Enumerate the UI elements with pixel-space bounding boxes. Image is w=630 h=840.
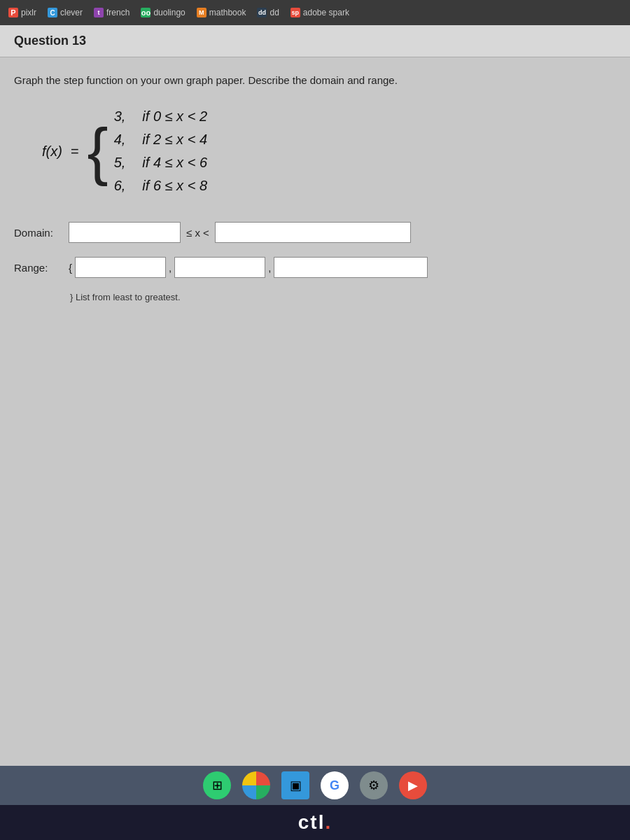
domain-input-right[interactable] (215, 222, 411, 243)
bookmark-mathbook-label: mathbook (209, 8, 246, 18)
case-value-2: 4, (114, 129, 126, 150)
domain-inputs: ≤ x < (69, 222, 411, 243)
case-condition-3: if 4 ≤ x < 6 (142, 152, 207, 174)
question-prompt: Graph the step function on your own grap… (14, 74, 616, 86)
range-input-3[interactable] (274, 257, 428, 278)
bookmark-adobe-label: adobe spark (303, 8, 349, 18)
pixlr-icon: P (8, 8, 18, 18)
bookmark-clever[interactable]: C clever (45, 6, 85, 19)
bookmark-clever-label: clever (60, 8, 83, 18)
main-content: Question 13 Graph the step function on y… (0, 25, 630, 766)
range-comma-1: , (169, 262, 172, 274)
french-icon: t (94, 8, 104, 18)
case-value-4: 6, (114, 175, 126, 197)
cases-table: 3, if 0 ≤ x < 2 4, if 2 ≤ x < 4 5, if 4 … (114, 106, 207, 197)
bookmark-duolingo[interactable]: oo duolingo (138, 6, 188, 19)
case-condition-2: if 2 ≤ x < 4 (142, 129, 207, 150)
browser-bookmarks-bar: P pixlr C clever t french oo duolingo M … (0, 0, 630, 25)
ctl-dot: . (325, 811, 332, 833)
bookmark-pixlr[interactable]: P pixlr (6, 6, 39, 19)
bookmark-french[interactable]: t french (91, 6, 132, 19)
bookmark-duolingo-label: duolingo (153, 8, 185, 18)
taskbar: ⊞ ▣ G ⚙ ▶ (0, 766, 630, 805)
bookmark-pixlr-label: pixlr (21, 8, 36, 18)
bookmark-adobe-spark[interactable]: sp adobe spark (288, 6, 352, 19)
left-brace-symbol: { (88, 106, 108, 197)
case-value-3: 5, (114, 152, 126, 174)
range-input-2[interactable] (174, 257, 265, 278)
piecewise-brace-container: { 3, if 0 ≤ x < 2 4, if 2 ≤ x < 4 5, if … (88, 106, 207, 197)
taskbar-settings-icon[interactable]: ⚙ (360, 771, 388, 799)
range-open-brace: { (69, 262, 72, 274)
domain-label: Domain: (14, 227, 63, 239)
bookmark-dd-label: dd (270, 8, 279, 18)
range-row: Range: { , , (14, 257, 616, 278)
bookmarks-list: P pixlr C clever t french oo duolingo M … (6, 6, 352, 19)
question-body: Graph the step function on your own grap… (0, 57, 630, 766)
bookmark-french-label: french (106, 8, 130, 18)
range-label: Range: (14, 262, 63, 274)
taskbar-chrome-icon[interactable] (242, 771, 270, 799)
clever-icon: C (48, 8, 57, 18)
taskbar-launcher-icon[interactable]: ⊞ (203, 771, 231, 799)
case-condition-4: if 6 ≤ x < 8 (142, 175, 207, 197)
adobe-icon: sp (290, 8, 300, 18)
range-comma-2: , (268, 262, 271, 274)
domain-separator: ≤ x < (183, 227, 212, 239)
duolingo-icon: oo (141, 8, 150, 18)
bookmark-dd[interactable]: dd dd (254, 6, 281, 19)
question-header: Question 13 (0, 25, 630, 57)
taskbar-youtube-icon[interactable]: ▶ (399, 771, 427, 799)
dd-icon: dd (257, 8, 267, 18)
taskbar-window-icon[interactable]: ▣ (281, 771, 309, 799)
range-input-1[interactable] (75, 257, 166, 278)
function-label: f(x) (42, 144, 62, 160)
equals-sign: = (71, 144, 79, 160)
domain-row: Domain: ≤ x < (14, 222, 616, 243)
case-value-1: 3, (114, 106, 126, 127)
question-title: Question 13 (14, 34, 86, 48)
domain-input-left[interactable] (69, 222, 181, 243)
function-display: f(x) = { 3, if 0 ≤ x < 2 4, if 2 ≤ x < 4… (42, 106, 616, 197)
ctl-branding-bar: ctl. (0, 805, 630, 840)
list-note: } List from least to greatest. (70, 292, 616, 302)
mathbook-icon: M (197, 8, 206, 18)
range-inputs: { , , (69, 257, 428, 278)
ctl-word: ctl (298, 811, 326, 833)
taskbar-google-icon[interactable]: G (321, 771, 349, 799)
case-condition-1: if 0 ≤ x < 2 (142, 106, 207, 127)
bookmark-mathbook[interactable]: M mathbook (194, 6, 249, 19)
ctl-text: ctl. (298, 811, 332, 834)
